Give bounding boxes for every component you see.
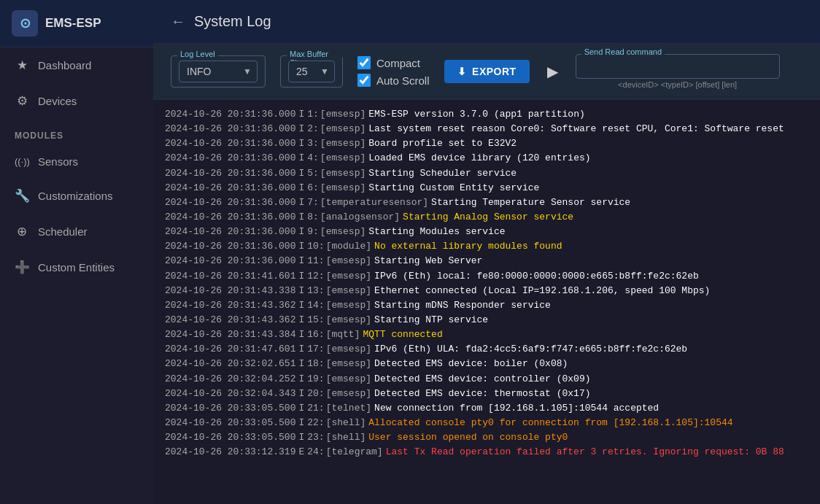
app-icon: ⊙: [12, 10, 38, 36]
send-read-label: Send Read command: [581, 47, 665, 56]
log-line: 2024-10-26 20:31:36.000 I 5:[emsesp]Star…: [165, 166, 808, 181]
customizations-icon: 🔧: [15, 188, 29, 203]
send-read-input[interactable]: [576, 54, 780, 79]
sidebar-item-label: Dashboard: [38, 59, 91, 71]
back-button[interactable]: ←: [171, 13, 185, 30]
compact-checkbox[interactable]: [357, 56, 371, 69]
page-header: ← System Log: [153, 0, 820, 44]
sidebar-item-custom-entities[interactable]: ➕Custom Entities: [0, 249, 153, 285]
log-level-group: Log Level DEBUGINFONOTICEWARNINGERROR ▼: [171, 55, 266, 88]
log-line: 2024-10-26 20:31:47.601 I 17:[emsesp]IPv…: [165, 342, 808, 357]
log-line: 2024-10-26 20:31:36.000 I 6:[emsesp]Star…: [165, 181, 808, 195]
sidebar-item-label: Sensors: [38, 155, 78, 168]
auto-scroll-label: Auto Scroll: [376, 74, 430, 87]
compact-label: Compact: [376, 57, 420, 69]
toolbar: Log Level DEBUGINFONOTICEWARNINGERROR ▼ …: [153, 44, 820, 100]
log-line: 2024-10-26 20:31:41.601 I 12:[emsesp]IPv…: [165, 269, 808, 284]
max-buffer-select[interactable]: 102550100: [288, 61, 335, 82]
log-line: 2024-10-26 20:31:36.000 I 8:[analogsenso…: [165, 210, 808, 225]
sidebar-item-devices[interactable]: ⚙Devices: [0, 83, 153, 119]
log-line: 2024-10-26 20:31:43.384 I 16:[mqtt]MQTT …: [165, 327, 808, 342]
play-button[interactable]: ▶: [544, 60, 561, 83]
devices-icon: ⚙: [15, 93, 29, 109]
checkbox-group: Compact Auto Scroll: [357, 56, 430, 87]
send-read-hint: <deviceID> <typeID> [offset] [len]: [576, 80, 780, 89]
sidebar-item-customizations[interactable]: 🔧Customizations: [0, 178, 153, 214]
log-level-label: Log Level: [177, 50, 218, 58]
app-name: EMS-ESP: [45, 16, 101, 31]
sidebar-item-label: Scheduler: [38, 225, 88, 238]
modules-section-label: Modules: [0, 119, 153, 145]
sidebar-item-label: Devices: [38, 95, 77, 107]
main-content: ← System Log Log Level DEBUGINFONOTICEWA…: [153, 0, 820, 504]
log-line: 2024-10-26 20:31:43.338 I 13:[emsesp]Eth…: [165, 284, 808, 298]
log-line: 2024-10-26 20:33:05.500 I 21:[telnet]New…: [165, 401, 808, 416]
log-line: 2024-10-26 20:32:04.252 I 19:[emsesp]Det…: [165, 372, 808, 387]
log-line: 2024-10-26 20:32:04.343 I 20:[emsesp]Det…: [165, 387, 808, 401]
app-logo: ⊙ EMS-ESP: [0, 0, 153, 47]
log-line: 2024-10-26 20:31:36.000 I 1:[emsesp]EMS-…: [165, 107, 808, 122]
log-line: 2024-10-26 20:31:36.000 I 9:[emsesp]Star…: [165, 225, 808, 239]
log-line: 2024-10-26 20:33:12.319 E 24:[telegram]L…: [165, 445, 808, 460]
log-line: 2024-10-26 20:31:43.362 I 14:[emsesp]Sta…: [165, 298, 808, 313]
export-label: EXPORT: [472, 66, 517, 77]
sensors-icon: ((·)): [15, 156, 29, 167]
sidebar-item-label: Custom Entities: [38, 261, 115, 274]
max-buffer-select-wrapper: 102550100 ▼: [288, 61, 335, 82]
log-line: 2024-10-26 20:32:02.651 I 18:[emsesp]Det…: [165, 357, 808, 371]
log-line: 2024-10-26 20:31:36.000 I 11:[emsesp]Sta…: [165, 254, 808, 268]
scheduler-icon: ⊕: [15, 224, 29, 239]
max-buffer-group: Max Buffer Size 102550100 ▼: [280, 55, 343, 88]
custom-entities-icon: ➕: [15, 260, 29, 275]
page-title: System Log: [194, 13, 271, 30]
log-line: 2024-10-26 20:33:05.500 I 23:[shell]User…: [165, 430, 808, 445]
log-line: 2024-10-26 20:31:36.000 I 3:[emsesp]Boar…: [165, 136, 808, 151]
sidebar: ⊙ EMS-ESP ★Dashboard⚙Devices Modules ((·…: [0, 0, 153, 504]
log-line: 2024-10-26 20:31:36.000 I 10:[module]No …: [165, 239, 808, 254]
log-line: 2024-10-26 20:31:36.000 I 4:[emsesp]Load…: [165, 151, 808, 166]
log-level-select[interactable]: DEBUGINFONOTICEWARNINGERROR: [179, 61, 258, 82]
log-line: 2024-10-26 20:31:36.000 I 7:[temperature…: [165, 195, 808, 210]
sidebar-item-scheduler[interactable]: ⊕Scheduler: [0, 214, 153, 249]
compact-checkbox-label[interactable]: Compact: [357, 56, 430, 69]
export-icon: ⬇: [457, 66, 467, 77]
auto-scroll-checkbox-label[interactable]: Auto Scroll: [357, 74, 430, 87]
log-line: 2024-10-26 20:31:36.000 I 2:[emsesp]Last…: [165, 122, 808, 136]
export-button[interactable]: ⬇ EXPORT: [444, 60, 530, 83]
sidebar-item-sensors[interactable]: ((·))Sensors: [0, 145, 153, 178]
send-read-group: Send Read command <deviceID> <typeID> [o…: [576, 54, 780, 89]
log-container[interactable]: 2024-10-26 20:31:36.000 I 1:[emsesp]EMS-…: [153, 100, 820, 504]
log-line: 2024-10-26 20:33:05.500 I 22:[shell]Allo…: [165, 416, 808, 430]
dashboard-icon: ★: [15, 58, 29, 73]
log-level-select-wrapper: DEBUGINFONOTICEWARNINGERROR ▼: [179, 61, 258, 82]
sidebar-item-dashboard[interactable]: ★Dashboard: [0, 47, 153, 83]
auto-scroll-checkbox[interactable]: [357, 74, 371, 87]
sidebar-item-label: Customizations: [38, 190, 113, 202]
log-line: 2024-10-26 20:31:43.362 I 15:[emsesp]Sta…: [165, 313, 808, 327]
